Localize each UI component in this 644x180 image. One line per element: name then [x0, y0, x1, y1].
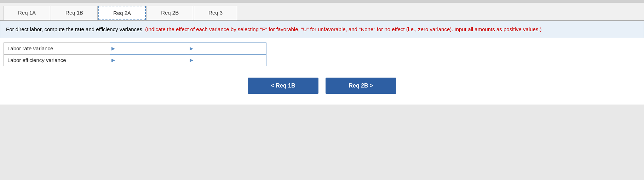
next-button[interactable]: Req 2B >: [326, 78, 396, 94]
arrow-icon-1-1: ▶: [110, 57, 116, 63]
tab-req1a[interactable]: Req 1A: [4, 6, 50, 20]
input-cell-2-1[interactable]: ▶: [188, 54, 266, 66]
input-cell-1-0[interactable]: ▶: [110, 43, 188, 54]
tab-req3[interactable]: Req 3: [194, 6, 237, 20]
row-label-0: Labor rate variance: [4, 43, 110, 54]
prev-button[interactable]: < Req 1B: [248, 78, 318, 94]
instruction-red-text: (Indicate the effect of each variance by…: [144, 26, 541, 32]
tab-req2b[interactable]: Req 2B: [146, 6, 193, 20]
buttons-row: < Req 1B Req 2B >: [0, 71, 644, 105]
variance-input-2-1[interactable]: [195, 55, 266, 66]
instruction-black-text: For direct labor, compute the rate and e…: [6, 26, 144, 32]
row-label-1: Labor efficiency variance: [4, 54, 110, 66]
variance-input-2-0[interactable]: [195, 43, 266, 54]
tabs-container: Req 1AReq 1BReq 2AReq 2BReq 3: [0, 3, 644, 21]
table-row: Labor efficiency variance▶▶: [4, 54, 266, 66]
main-content: For direct labor, compute the rate and e…: [0, 21, 644, 105]
instruction-box: For direct labor, compute the rate and e…: [0, 21, 644, 38]
table-section: Labor rate variance▶▶Labor efficiency va…: [0, 38, 644, 71]
arrow-icon-1-0: ▶: [110, 46, 116, 51]
table-row: Labor rate variance▶▶: [4, 43, 266, 54]
arrow-icon-2-1: ▶: [188, 57, 195, 63]
variance-input-1-0[interactable]: [116, 43, 188, 54]
tab-req2a[interactable]: Req 2A: [98, 6, 146, 20]
input-cell-2-0[interactable]: ▶: [188, 43, 266, 54]
variance-input-1-1[interactable]: [116, 55, 188, 66]
input-cell-1-1[interactable]: ▶: [110, 54, 188, 66]
variance-table: Labor rate variance▶▶Labor efficiency va…: [4, 43, 266, 66]
tab-req1b[interactable]: Req 1B: [51, 6, 98, 20]
top-bar: [0, 0, 644, 3]
arrow-icon-2-0: ▶: [188, 46, 195, 51]
